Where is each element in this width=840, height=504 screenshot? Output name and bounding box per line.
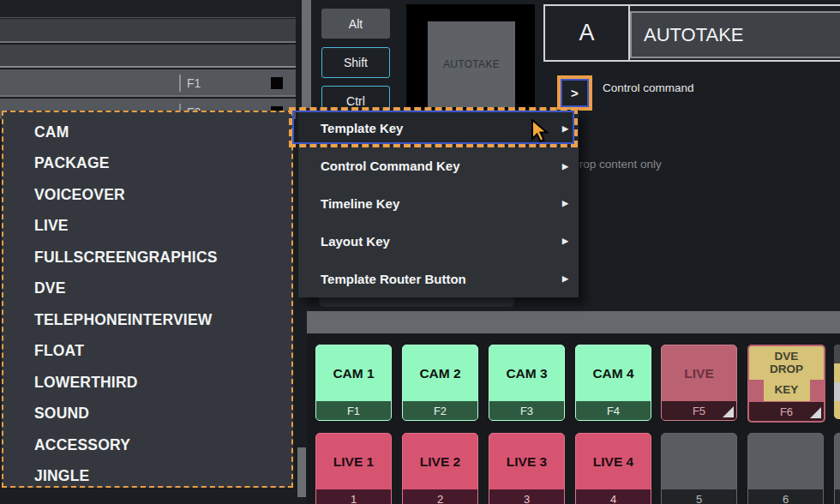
app-window: F1 F2 Alt Shift Ctrl AUTOTAKE A AUTOTAKE… xyxy=(0,0,840,504)
grid-key-partial[interactable] xyxy=(834,433,840,504)
key-shortcut xyxy=(835,489,840,504)
key-shortcut xyxy=(834,345,840,363)
context-item-template-router-button[interactable]: Template Router Button ▶ xyxy=(298,260,579,297)
submenu-arrow-icon: ▶ xyxy=(562,199,568,207)
context-item-layout-key[interactable]: Layout Key ▶ xyxy=(298,222,579,260)
submenu-arrow-icon: ▶ xyxy=(562,162,568,171)
grid-key-live4[interactable]: LIVE 4 4 xyxy=(575,433,651,504)
key-label: CAM 4 xyxy=(576,345,651,401)
key-label-line: DVE xyxy=(749,350,824,363)
menu-item-live[interactable]: LIVE xyxy=(3,211,291,243)
menu-item-dve[interactable]: DVE xyxy=(3,273,291,305)
table-row-empty-2[interactable] xyxy=(0,45,296,68)
key-shortcut: 1 xyxy=(316,489,391,504)
context-item-label: Layout Key xyxy=(321,234,390,249)
key-shortcut-text: F5 xyxy=(693,405,705,417)
menu-item-accessory[interactable]: ACCESSORY xyxy=(3,429,291,461)
menu-item-package[interactable]: PACKAGE xyxy=(3,148,291,180)
key-shortcut: 5 xyxy=(662,489,736,504)
scrollbar-thumb[interactable] xyxy=(297,447,306,497)
key-preview-label: AUTOTAKE xyxy=(428,21,515,107)
menu-item-jingle[interactable]: JINGLE xyxy=(3,461,291,493)
submenu-arrow-icon: ▶ xyxy=(562,237,568,245)
control-command-label: Control command xyxy=(603,81,694,94)
key-letter: A xyxy=(545,6,628,60)
key-shortcut: 4 xyxy=(576,489,651,504)
grid-key-cam3[interactable]: CAM 3 F3 xyxy=(489,345,565,421)
menu-item-float[interactable]: FLOAT xyxy=(3,336,291,368)
key-label xyxy=(662,434,736,489)
shift-button[interactable]: Shift xyxy=(321,47,390,78)
key-shortcut: F1 xyxy=(316,401,391,420)
submenu-arrow-icon: ▶ xyxy=(562,274,568,283)
shortcut-editor-panel: A AUTOTAKE xyxy=(543,4,840,62)
grid-key-dve-drop-key[interactable]: DVE DROP KEY F6 xyxy=(747,345,825,423)
key-label-line: DROP xyxy=(749,363,824,375)
checkbox-icon[interactable] xyxy=(271,77,283,89)
grid-header-band xyxy=(307,311,840,333)
menu-item-voiceover[interactable]: VOICEOVER xyxy=(3,179,291,211)
grid-key-cam2[interactable]: CAM 2 F2 xyxy=(402,345,478,421)
corner-triangle-icon xyxy=(723,406,734,417)
menu-item-sound[interactable]: SOUND xyxy=(3,399,291,430)
grid-key-live2[interactable]: LIVE 2 2 xyxy=(402,433,478,504)
context-item-control-command-key[interactable]: Control Command Key ▶ xyxy=(298,147,579,185)
drop-content-hint: Drop content only xyxy=(571,158,662,171)
key-preview-tile: AUTOTAKE xyxy=(406,4,535,116)
key-label xyxy=(835,434,840,489)
silver-stripe xyxy=(834,382,840,401)
menu-item-telephoneinterview[interactable]: TELEPHONEINTERVIEW xyxy=(3,304,291,336)
key-shortcut: 6 xyxy=(748,489,823,504)
template-type-menu: CAM PACKAGE VOICEOVER LIVE FULLSCREENGRA… xyxy=(2,111,293,488)
key-name-field[interactable]: AUTOTAKE xyxy=(630,11,840,58)
key-label: LIVE 2 xyxy=(403,434,477,489)
grid-key-cam1[interactable]: CAM 1 F1 xyxy=(315,345,392,421)
grid-key-5[interactable]: 5 xyxy=(661,433,737,504)
grid-key-live1[interactable]: LIVE 1 1 xyxy=(315,433,392,504)
key-label: LIVE 1 xyxy=(316,434,391,489)
grid-key-6[interactable]: 6 xyxy=(747,433,824,504)
corner-triangle-icon xyxy=(810,407,821,418)
key-label: CAM 2 xyxy=(403,345,477,401)
key-label xyxy=(748,434,823,489)
key-label: CAM 1 xyxy=(316,345,391,401)
key-shortcut: F2 xyxy=(403,401,477,420)
mouse-cursor-icon xyxy=(530,119,550,143)
key-label: LIVE xyxy=(662,345,736,401)
context-item-label: Control Command Key xyxy=(321,159,460,173)
table-row[interactable]: F1 xyxy=(0,69,296,97)
grid-key-partial[interactable] xyxy=(834,345,840,419)
key-shortcut: 2 xyxy=(403,489,477,504)
grid-key-live[interactable]: LIVE F5 xyxy=(661,345,737,421)
key-shortcut: F3 xyxy=(489,401,564,420)
context-item-label: Timeline Key xyxy=(321,196,399,211)
menu-item-cam[interactable]: CAM xyxy=(3,117,291,148)
scrollbar-thumb[interactable] xyxy=(302,0,311,108)
key-shortcut-text: F6 xyxy=(780,405,793,418)
menu-item-lowerthird[interactable]: LOWERTHIRD xyxy=(3,367,291,399)
key-label-line: KEY xyxy=(764,377,810,401)
context-item-label: Template Router Button xyxy=(321,272,466,286)
key-shortcut: F4 xyxy=(576,401,651,420)
key-label: CAM 3 xyxy=(489,345,564,401)
key-shortcut: 3 xyxy=(489,489,564,504)
key-label: LIVE 4 xyxy=(576,434,651,489)
grid-key-cam4[interactable]: CAM 4 F4 xyxy=(575,345,651,421)
alt-button[interactable]: Alt xyxy=(321,9,390,39)
key-shortcut: F6 xyxy=(749,402,824,421)
table-row-empty-1[interactable] xyxy=(0,19,296,43)
key-shortcut: F5 xyxy=(662,401,736,420)
shortcut-cell: F1 xyxy=(187,69,201,97)
menu-item-fullscreengraphics[interactable]: FULLSCREENGRAPHICS xyxy=(3,242,291,273)
table-header-bar xyxy=(0,0,296,18)
context-item-timeline-key[interactable]: Timeline Key ▶ xyxy=(298,185,579,223)
key-label: LIVE 3 xyxy=(489,434,564,489)
column-divider xyxy=(179,75,181,92)
grid-key-live3[interactable]: LIVE 3 3 xyxy=(489,433,565,504)
expand-control-command-button[interactable]: > xyxy=(561,79,589,107)
